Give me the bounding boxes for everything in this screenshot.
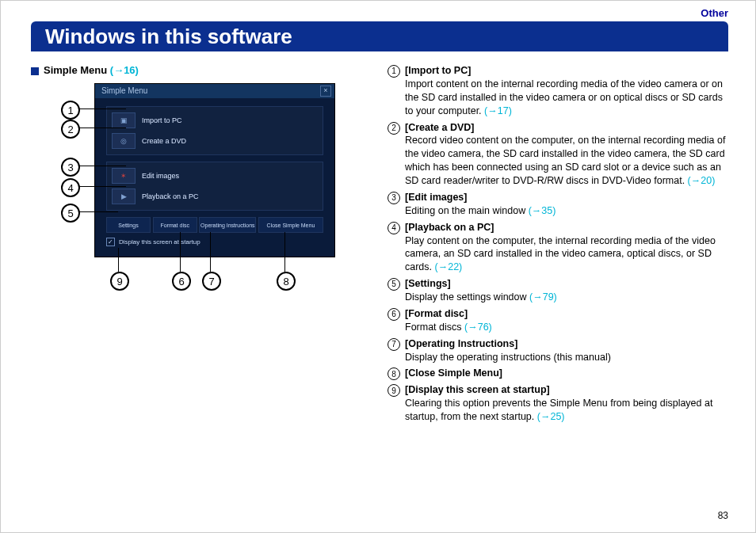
menu-row-edit[interactable]: ✶ Edit images — [112, 167, 318, 185]
callout-1: 1 — [61, 101, 80, 120]
lead-line — [78, 109, 126, 109]
item-number-icon: 2 — [388, 122, 400, 135]
item-title: [Settings] — [405, 278, 451, 289]
window-title: Simple Menu — [101, 86, 147, 95]
lead-line — [284, 232, 285, 272]
item-desc: Display the settings window — [405, 291, 527, 303]
menu-row-import[interactable]: ▣ Import to PC — [112, 112, 318, 129]
item-title: [Edit images] — [405, 192, 468, 203]
startup-checkbox-row[interactable]: ✓ Display this screen at startup — [106, 238, 323, 246]
desc-item-1: 1 [Import to PC] Import content on the i… — [388, 64, 728, 118]
page-link[interactable]: (→25) — [537, 411, 565, 422]
lead-line — [78, 186, 126, 187]
startup-label: Display this screen at startup — [119, 238, 200, 246]
page-title-text: Windows in this software — [45, 25, 292, 49]
item-title: [Playback on a PC] — [405, 222, 494, 233]
lead-line — [78, 211, 118, 212]
page-link[interactable]: (→17) — [484, 105, 512, 116]
lead-line — [78, 166, 126, 166]
row-label: Import to PC — [142, 116, 182, 124]
item-number-icon: 7 — [388, 338, 400, 351]
desc-item-5: 5 [Settings] Display the settings window… — [388, 277, 728, 304]
format-disc-button[interactable]: Format disc — [153, 217, 197, 233]
callout-2: 2 — [61, 120, 80, 139]
lead-line — [78, 128, 126, 128]
item-number-icon: 6 — [388, 308, 400, 321]
desc-item-6: 6 [Format disc] Format discs (→76) — [388, 307, 728, 334]
item-desc: Editing on the main window — [405, 205, 525, 216]
simple-menu-screenshot: Simple Menu × ▣ Import to PC ◎ Create a … — [94, 83, 335, 257]
page-link[interactable]: (→20) — [688, 175, 716, 186]
page-title: Windows in this software — [31, 21, 728, 51]
left-column: Simple Menu (→16) Simple Menu × ▣ Import… — [31, 64, 380, 82]
callout-8: 8 — [277, 272, 296, 291]
section-title: Simple Menu (→16) — [31, 64, 380, 76]
desc-item-2: 2 [Create a DVD] Record video content on… — [388, 121, 728, 188]
item-title: [Display this screen at startup] — [405, 384, 550, 395]
settings-button[interactable]: Settings — [106, 217, 151, 233]
desc-item-4: 4 [Playback on a PC] Play content on the… — [388, 221, 728, 275]
item-title: [Import to PC] — [405, 65, 471, 76]
lead-line — [210, 232, 211, 272]
item-title: [Close Simple Menu] — [405, 367, 502, 379]
checkbox-icon[interactable]: ✓ — [106, 238, 115, 246]
item-desc: Record video content on the computer, on… — [405, 135, 725, 186]
window-titlebar: Simple Menu × — [95, 84, 334, 98]
item-desc: Import content on the internal recording… — [405, 78, 723, 116]
item-number-icon: 1 — [388, 65, 400, 78]
callout-9: 9 — [110, 272, 129, 291]
item-number-icon: 9 — [388, 384, 400, 397]
desc-item-3: 3 [Edit images] Editing on the main wind… — [388, 191, 728, 218]
item-number-icon: 4 — [388, 222, 400, 234]
item-number-icon: 3 — [388, 192, 400, 204]
description-list: 1 [Import to PC] Import content on the i… — [388, 64, 728, 427]
group-1: ▣ Import to PC ◎ Create a DVD — [106, 106, 323, 155]
lead-line — [180, 232, 181, 272]
group-2: ✶ Edit images ▶ Playback on a PC — [106, 162, 323, 211]
page-link[interactable]: (→79) — [529, 291, 557, 303]
menu-row-createdvd[interactable]: ◎ Create a DVD — [112, 132, 318, 150]
category-header: Other — [701, 7, 728, 19]
disc-icon: ◎ — [112, 133, 136, 149]
item-number-icon: 5 — [388, 278, 400, 291]
page-number: 83 — [718, 510, 728, 521]
row-label: Playback on a PC — [142, 192, 199, 200]
item-title: [Operating Instructions] — [405, 338, 517, 349]
row-label: Edit images — [142, 172, 179, 180]
page-link[interactable]: (→76) — [464, 322, 492, 333]
bullet-square-icon — [31, 67, 39, 75]
section-link[interactable]: (→16) — [110, 64, 139, 76]
lead-line — [118, 248, 119, 272]
callout-4: 4 — [61, 178, 80, 197]
row-label: Create a DVD — [142, 137, 186, 145]
callout-7: 7 — [202, 272, 221, 291]
menu-row-playback[interactable]: ▶ Playback on a PC — [112, 188, 318, 205]
page-link[interactable]: (→22) — [435, 261, 463, 272]
page-link[interactable]: (→35) — [529, 205, 556, 216]
item-title: [Create a DVD] — [405, 122, 475, 133]
callout-6: 6 — [172, 272, 191, 291]
desc-item-7: 7 [Operating Instructions] Display the o… — [388, 337, 728, 364]
desc-item-8: 8 [Close Simple Menu] — [388, 367, 728, 380]
close-icon[interactable]: × — [320, 86, 331, 97]
operating-instructions-button[interactable]: Operating Instructions — [199, 217, 256, 233]
callout-5: 5 — [61, 204, 80, 223]
edit-icon: ✶ — [112, 168, 136, 184]
section-label: Simple Menu — [44, 64, 107, 76]
item-number-icon: 8 — [388, 367, 400, 380]
play-icon: ▶ — [112, 188, 136, 204]
close-simple-menu-button[interactable]: Close Simple Menu — [258, 217, 323, 233]
thumb-icon: ▣ — [112, 112, 136, 128]
item-desc: Display the operating instructions (this… — [405, 352, 611, 363]
desc-item-9: 9 [Display this screen at startup] Clear… — [388, 383, 728, 424]
item-desc: Format discs — [405, 322, 462, 333]
bottom-buttons: Settings Format disc Operating Instructi… — [106, 217, 323, 233]
callout-3: 3 — [61, 158, 80, 177]
item-title: [Format disc] — [405, 308, 468, 319]
